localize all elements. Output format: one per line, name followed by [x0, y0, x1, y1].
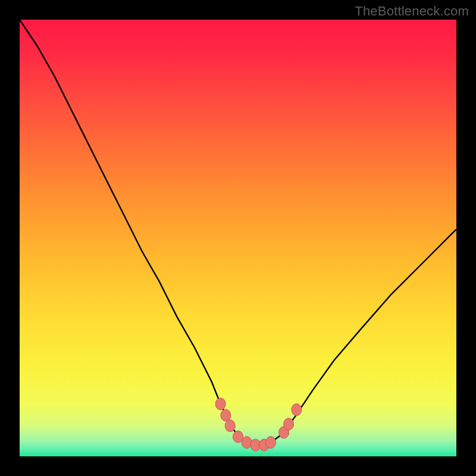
- curve-line: [20, 20, 456, 445]
- curve-point: [225, 420, 235, 432]
- plot-area: [20, 20, 456, 456]
- chart-frame: TheBottleneck.com: [0, 0, 476, 476]
- bottleneck-curve: [20, 20, 456, 456]
- curve-point: [221, 409, 231, 421]
- curve-point: [215, 398, 226, 410]
- curve-point: [266, 437, 276, 449]
- watermark-text: TheBottleneck.com: [355, 4, 469, 19]
- curve-point: [242, 437, 252, 449]
- highlighted-points-group: [215, 398, 302, 451]
- curve-point: [292, 404, 302, 416]
- curve-point: [284, 418, 294, 430]
